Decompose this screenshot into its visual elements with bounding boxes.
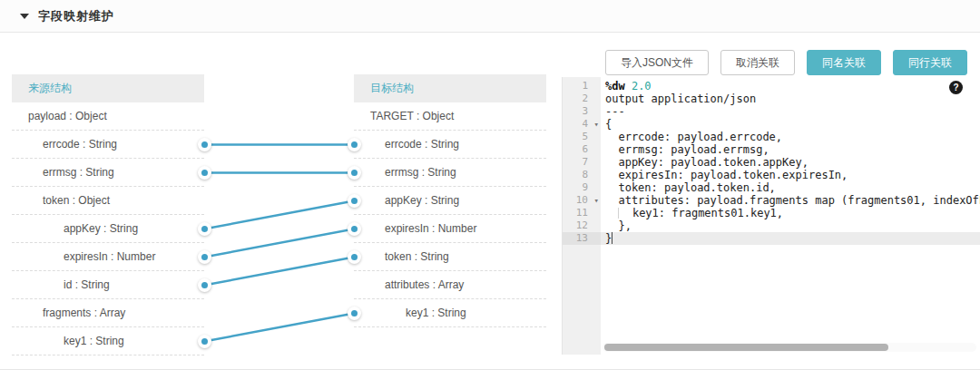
code-text: errmsg: payload.errmsg, xyxy=(601,143,980,156)
source-field-label: key1 : String xyxy=(12,335,124,347)
fold-arrow-icon[interactable]: ▾ xyxy=(594,194,599,207)
mapping-connection-line[interactable] xyxy=(204,258,354,286)
target-port-dot[interactable] xyxy=(348,222,361,236)
line-number: 1 xyxy=(563,80,601,92)
target-field-row[interactable]: errcode : String xyxy=(354,131,546,159)
code-text: --- xyxy=(601,105,980,118)
target-port-dot[interactable] xyxy=(348,250,361,264)
target-field-row[interactable]: key1 : String xyxy=(354,299,546,327)
source-port-dot[interactable] xyxy=(198,166,211,180)
source-field-label: appKey : String xyxy=(12,222,138,235)
target-field-label: appKey : String xyxy=(354,194,459,207)
target-field-label: token : String xyxy=(354,250,449,263)
line-number: 5 xyxy=(563,131,601,143)
source-field-label: fragments : Array xyxy=(12,307,125,319)
code-text: output application/json xyxy=(601,92,980,105)
source-field-label: errcode : String xyxy=(12,138,117,151)
code-line: 2output application/json xyxy=(563,92,980,105)
field-mapping-section: 字段映射维护 导入JSON文件取消关联同名关联同行关联 来源结构 payload… xyxy=(0,0,980,370)
source-field-row[interactable]: key1 : String xyxy=(12,327,204,355)
line-number: 11 xyxy=(563,207,601,219)
source-port-dot[interactable] xyxy=(198,222,211,236)
section-header-bar: 字段映射维护 xyxy=(0,0,980,33)
section-title: 字段映射维护 xyxy=(38,8,114,24)
horizontal-scrollbar-track[interactable] xyxy=(603,343,976,352)
toolbar-button-0[interactable]: 导入JSON文件 xyxy=(605,50,709,75)
source-structure-panel: 来源结构 payload : Objecterrcode : Stringerr… xyxy=(12,74,204,355)
mapping-connection-line[interactable] xyxy=(204,201,354,229)
target-field-label: attributes : Array xyxy=(354,278,464,291)
line-number: 3 xyxy=(563,105,601,118)
toolbar-button-2[interactable]: 同名关联 xyxy=(807,50,881,75)
target-field-label: TARGET : Object xyxy=(354,110,454,122)
code-text: token: payload.token.id, xyxy=(601,181,980,194)
line-number: 12 xyxy=(563,219,601,232)
target-port-dot[interactable] xyxy=(348,307,361,320)
text-cursor xyxy=(612,232,612,244)
code-text: attributes: payload.fragments map (fragm… xyxy=(601,194,980,207)
code-text: appKey: payload.token.appKey, xyxy=(601,156,980,169)
source-field-row[interactable]: id : String xyxy=(12,271,204,299)
line-number: 10▾ xyxy=(563,194,601,207)
source-field-row[interactable]: appKey : String xyxy=(12,215,204,243)
source-field-label: errmsg : String xyxy=(12,166,114,179)
code-text: }, xyxy=(601,219,980,232)
fold-arrow-icon[interactable]: ▾ xyxy=(594,118,599,131)
target-port-dot[interactable] xyxy=(348,194,361,208)
section-collapse-toggle[interactable]: 字段映射维护 xyxy=(0,8,114,24)
code-line: 10▾ attributes: payload.fragments map (f… xyxy=(563,194,980,207)
target-field-label: key1 : String xyxy=(354,307,466,319)
code-text: errcode: payload.errcode, xyxy=(601,131,980,143)
source-field-row[interactable]: errcode : String xyxy=(12,131,204,159)
triangle-down-icon xyxy=(20,14,29,19)
source-panel-header: 来源结构 xyxy=(12,74,204,102)
source-port-dot[interactable] xyxy=(198,278,211,292)
source-field-label: id : String xyxy=(12,278,110,291)
line-number: 7 xyxy=(563,156,601,169)
code-line: 5 errcode: payload.errcode, xyxy=(563,131,980,143)
line-number: 4▾ xyxy=(563,118,601,131)
source-field-row[interactable]: errmsg : String xyxy=(12,159,204,187)
toolbar-button-3[interactable]: 同行关联 xyxy=(893,50,967,75)
mapping-connection-line[interactable] xyxy=(204,229,354,258)
target-panel-header: 目标结构 xyxy=(354,74,546,102)
dataweave-code-editor[interactable]: 1%dw 2.02output application/json3---4▾{5… xyxy=(562,77,980,355)
source-field-label: payload : Object xyxy=(12,110,107,122)
target-field-row[interactable]: errmsg : String xyxy=(354,159,546,187)
source-field-row[interactable]: expiresIn : Number xyxy=(12,243,204,271)
toolbar-button-1[interactable]: 取消关联 xyxy=(720,50,795,75)
target-field-row[interactable]: TARGET : Object xyxy=(354,102,546,131)
code-line: 9 token: payload.token.id, xyxy=(563,181,980,194)
mapping-connection-line[interactable] xyxy=(204,314,354,342)
source-field-row[interactable]: fragments : Array xyxy=(12,299,204,327)
target-field-label: errmsg : String xyxy=(354,166,456,179)
code-line: 12 }, xyxy=(563,219,980,232)
horizontal-scrollbar-thumb[interactable] xyxy=(604,344,888,351)
code-line: 1%dw 2.0 xyxy=(563,80,980,92)
line-number: 13 xyxy=(563,232,601,245)
code-text: %dw 2.0 xyxy=(601,80,980,92)
source-field-row[interactable]: payload : Object xyxy=(12,102,204,131)
code-text: expiresIn: payload.token.expiresIn, xyxy=(601,169,980,181)
line-number: 6 xyxy=(563,143,601,156)
code-line: 8 expiresIn: payload.token.expiresIn, xyxy=(563,169,980,181)
target-field-row[interactable]: token : String xyxy=(354,243,546,271)
source-port-dot[interactable] xyxy=(198,138,211,151)
target-port-dot[interactable] xyxy=(348,138,361,151)
code-line: 13} xyxy=(563,232,980,245)
source-field-label: token : Object xyxy=(12,194,110,207)
source-port-dot[interactable] xyxy=(198,335,211,348)
help-icon[interactable]: ? xyxy=(949,81,963,94)
target-field-label: errcode : String xyxy=(354,138,459,151)
source-port-dot[interactable] xyxy=(198,250,211,264)
target-field-row[interactable]: expiresIn : Number xyxy=(354,215,546,243)
target-field-row[interactable]: appKey : String xyxy=(354,187,546,215)
code-line: 3--- xyxy=(563,105,980,118)
code-line: 11 key1: fragments01.key1, xyxy=(563,207,980,219)
mapping-toolbar: 导入JSON文件取消关联同名关联同行关联 xyxy=(605,50,967,75)
target-field-row[interactable]: attributes : Array xyxy=(354,271,546,299)
source-field-row[interactable]: token : Object xyxy=(12,187,204,215)
target-port-dot[interactable] xyxy=(348,166,361,180)
target-panel-title: 目标结构 xyxy=(370,81,414,96)
code-line: 7 appKey: payload.token.appKey, xyxy=(563,156,980,169)
